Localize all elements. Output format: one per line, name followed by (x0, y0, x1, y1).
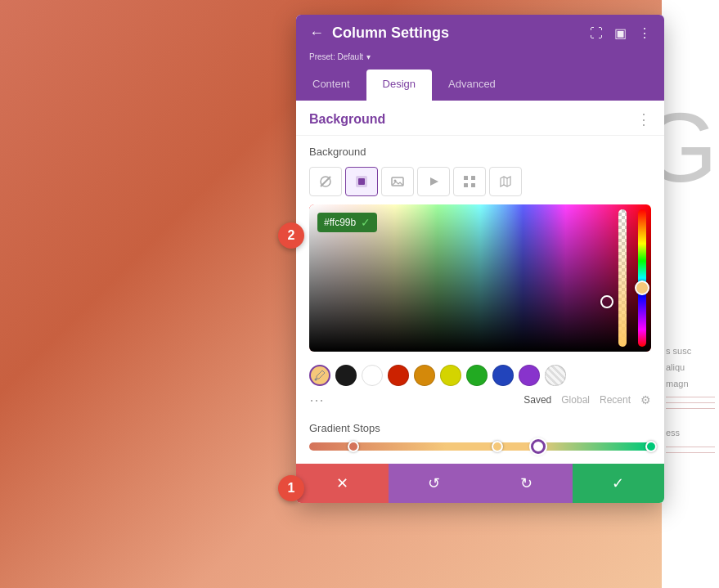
redo-button[interactable]: ↻ (480, 464, 573, 503)
bg-label: Background (309, 146, 366, 158)
right-panel-text: s susc aliqu magn ess (666, 343, 715, 458)
tab-content[interactable]: Content (296, 70, 366, 101)
color-picker-area[interactable]: #ffc99b ✓ (309, 204, 651, 352)
svg-rect-7 (464, 176, 468, 180)
swatch-yellow[interactable] (440, 365, 461, 386)
section-menu-icon[interactable]: ⋮ (636, 110, 651, 128)
svg-rect-9 (464, 183, 468, 187)
swatch-row (296, 360, 664, 389)
hex-badge: #ffc99b ✓ (317, 213, 377, 232)
swatch-tabs: Saved Global Recent ⚙ (524, 393, 651, 406)
svg-rect-8 (471, 176, 475, 180)
eyedropper-swatch[interactable] (309, 365, 330, 386)
dialog-header: ← Column Settings ⛶ ▣ ⋮ Preset: Default … (296, 15, 664, 70)
svg-rect-3 (358, 178, 365, 185)
swatch-white[interactable] (362, 365, 383, 386)
section-header: Background ⋮ (296, 101, 664, 136)
title-row: ← Column Settings ⛶ ▣ ⋮ (309, 25, 651, 42)
swatch-tab-global[interactable]: Global (561, 394, 590, 406)
svg-point-13 (315, 379, 317, 381)
title-left: ← Column Settings (309, 25, 449, 42)
gradient-slider-track[interactable] (309, 442, 651, 451)
step-badge-1: 1 (278, 475, 304, 501)
dialog-title: Column Settings (332, 25, 449, 42)
opacity-slider[interactable] (617, 204, 628, 352)
svg-marker-6 (430, 177, 438, 186)
swatch-green[interactable] (466, 365, 488, 386)
bg-type-video[interactable] (417, 167, 450, 196)
swatch-purple[interactable] (519, 365, 540, 386)
gradient-stop-3[interactable] (531, 439, 546, 454)
bg-type-pattern[interactable] (453, 167, 486, 196)
layout-icon[interactable]: ▣ (614, 25, 627, 41)
preset-label[interactable]: Preset: Default ▾ (309, 51, 371, 62)
more-icon[interactable]: ⋮ (638, 25, 651, 41)
swatch-orange[interactable] (414, 365, 435, 386)
swatch-striped[interactable] (545, 365, 566, 386)
svg-rect-10 (471, 183, 475, 187)
swatch-black[interactable] (335, 365, 357, 386)
gradient-stops-section: Gradient Stops (296, 415, 664, 464)
hex-value: #ffc99b (324, 217, 356, 228)
dialog-footer: ✕ ↺ ↻ ✓ (296, 464, 664, 503)
gradient-stop-2[interactable] (492, 441, 503, 452)
cancel-button[interactable]: ✕ (296, 464, 389, 503)
swatch-tab-recent[interactable]: Recent (600, 394, 631, 406)
bg-type-none[interactable] (309, 167, 342, 196)
bg-type-row (296, 164, 664, 204)
opacity-track (618, 209, 627, 347)
column-settings-dialog: ← Column Settings ⛶ ▣ ⋮ Preset: Default … (296, 15, 664, 503)
reset-button[interactable]: ↺ (389, 464, 481, 503)
more-dots[interactable]: ⋯ (309, 391, 325, 409)
swatch-controls-row: ⋯ Saved Global Recent ⚙ (296, 389, 664, 415)
dialog-body: Background ⋮ Background (296, 101, 664, 464)
right-panel: G s susc aliqu magn ess (662, 0, 719, 588)
swatch-settings-icon[interactable]: ⚙ (640, 393, 651, 406)
bg-label-row: Background (296, 136, 664, 164)
bg-type-image[interactable] (381, 167, 414, 196)
gradient-stops-label: Gradient Stops (309, 422, 651, 434)
tab-advanced[interactable]: Advanced (432, 70, 512, 101)
title-icons: ⛶ ▣ ⋮ (590, 25, 651, 41)
step-badge-2: 2 (278, 222, 304, 249)
swatch-red[interactable] (388, 365, 409, 386)
bg-type-color[interactable] (345, 167, 378, 196)
picker-thumb[interactable] (600, 295, 613, 308)
dialog-tabs: Content Design Advanced (296, 70, 664, 101)
tab-design[interactable]: Design (366, 70, 432, 101)
confirm-button[interactable]: ✓ (573, 464, 665, 503)
swatch-blue[interactable] (492, 365, 514, 386)
hue-slider[interactable] (633, 204, 651, 352)
gradient-stop-1[interactable] (348, 441, 359, 452)
gradient-stop-4[interactable] (645, 441, 657, 452)
swatch-tab-saved[interactable]: Saved (524, 394, 551, 406)
bg-type-map[interactable] (489, 167, 522, 196)
check-icon: ✓ (361, 216, 371, 229)
hue-thumb (635, 281, 649, 295)
expand-icon[interactable]: ⛶ (590, 26, 603, 41)
section-title: Background (309, 112, 385, 127)
back-icon[interactable]: ← (309, 25, 324, 42)
hue-track (638, 209, 646, 347)
preset-row: Preset: Default ▾ (309, 48, 651, 70)
